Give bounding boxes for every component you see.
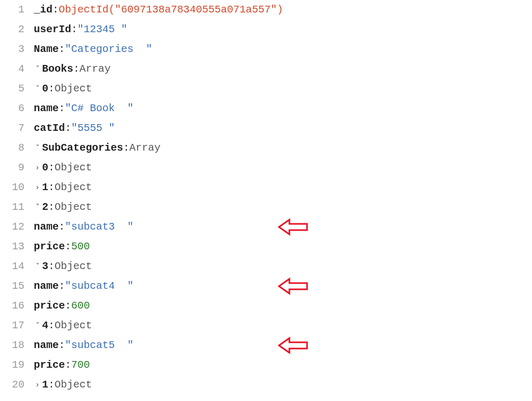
- field-value-number: 600: [71, 301, 90, 311]
- code-line[interactable]: catId : "5555 ": [34, 118, 532, 138]
- code-line[interactable]: ˅4 : Object: [34, 316, 532, 336]
- line-number: 1: [0, 0, 24, 20]
- chevron-down-icon[interactable]: ˅: [34, 322, 41, 329]
- array-index: 0: [42, 163, 48, 173]
- chevron-down-icon[interactable]: ˅: [34, 85, 41, 92]
- code-line[interactable]: _id: ObjectId("6097138a78340555a071a557"…: [34, 0, 532, 20]
- field-key: name: [34, 281, 59, 291]
- code-line[interactable]: price : 600: [34, 296, 532, 316]
- field-key: userId: [34, 24, 71, 35]
- line-number: 4: [0, 59, 24, 79]
- colon: :: [65, 242, 71, 252]
- field-value-string: "5555 ": [71, 123, 115, 133]
- code-line[interactable]: userId : "12345 ": [34, 20, 532, 39]
- line-number: 14: [0, 257, 24, 276]
- code-line[interactable]: Name : "Categories ": [34, 39, 532, 59]
- field-key: price: [34, 242, 65, 252]
- code-content[interactable]: _id: ObjectId("6097138a78340555a071a557"…: [34, 0, 532, 395]
- colon: :: [65, 301, 71, 311]
- colon: :: [48, 320, 55, 331]
- array-index: 3: [42, 261, 48, 272]
- field-key: SubCategories: [42, 143, 123, 153]
- field-key: price: [34, 360, 65, 370]
- arrow-left-icon: [278, 337, 309, 354]
- array-index: 2: [42, 202, 48, 212]
- arrow-left-icon: [278, 218, 309, 236]
- line-number: 12: [0, 217, 24, 237]
- chevron-down-icon[interactable]: ˅: [34, 204, 41, 211]
- field-value-number: 500: [71, 242, 90, 252]
- line-number: 7: [0, 118, 24, 138]
- colon: :: [48, 182, 55, 193]
- chevron-down-icon[interactable]: ˅: [34, 144, 41, 152]
- line-number: 11: [0, 197, 24, 217]
- field-type: Object: [55, 380, 92, 390]
- colon: :: [48, 84, 55, 94]
- field-key: name: [34, 222, 59, 232]
- field-key: Books: [42, 64, 73, 74]
- code-line[interactable]: ›1 : Object: [34, 375, 532, 395]
- code-line[interactable]: ˅Books : Array: [34, 59, 532, 79]
- code-line[interactable]: ›1 : Object: [34, 178, 532, 197]
- colon: :: [59, 222, 65, 232]
- line-number: 9: [0, 158, 24, 178]
- chevron-right-icon[interactable]: ›: [34, 184, 41, 191]
- field-value-string: "Categories ": [65, 44, 152, 55]
- colon: :: [59, 44, 65, 55]
- field-type: Array: [79, 64, 111, 74]
- colon: :: [48, 261, 55, 272]
- field-type: Object: [55, 320, 92, 331]
- code-editor: 1 2 3 4 5 6 7 8 9 10 11 12 13 14 15 16 1…: [0, 0, 532, 395]
- chevron-down-icon[interactable]: ˅: [34, 65, 41, 73]
- arrow-left-icon: [278, 277, 309, 295]
- code-line[interactable]: ›0 : Object: [34, 158, 532, 178]
- colon: :: [59, 340, 65, 351]
- line-number: 16: [0, 296, 24, 316]
- chevron-down-icon[interactable]: ˅: [34, 263, 41, 270]
- line-number: 17: [0, 316, 24, 336]
- field-type: Array: [129, 143, 161, 153]
- code-line[interactable]: ˅SubCategories : Array: [34, 138, 532, 158]
- line-number: 6: [0, 99, 24, 118]
- colon: :: [123, 143, 129, 153]
- colon: :: [52, 5, 59, 15]
- line-number-gutter: 1 2 3 4 5 6 7 8 9 10 11 12 13 14 15 16 1…: [0, 0, 34, 395]
- field-key: _id: [34, 5, 52, 15]
- line-number: 8: [0, 138, 24, 158]
- field-type: Object: [55, 202, 92, 212]
- colon: :: [48, 202, 55, 212]
- code-line[interactable]: price : 700: [34, 355, 532, 375]
- field-key: catId: [34, 123, 65, 133]
- field-type: Object: [55, 261, 92, 272]
- colon: :: [59, 281, 65, 291]
- field-value-string: "12345 ": [77, 24, 127, 35]
- colon: :: [65, 360, 71, 370]
- colon: :: [48, 380, 55, 390]
- line-number: 20: [0, 375, 24, 395]
- field-type: Object: [55, 84, 92, 94]
- code-line[interactable]: price : 500: [34, 237, 532, 257]
- colon: :: [59, 103, 65, 114]
- field-value-string: "subcat5 ": [65, 340, 134, 351]
- array-index: 1: [42, 380, 48, 390]
- field-value-string: "subcat4 ": [65, 281, 134, 291]
- chevron-right-icon[interactable]: ›: [34, 164, 41, 171]
- code-line[interactable]: ˅0 : Object: [34, 79, 532, 99]
- colon: :: [65, 123, 71, 133]
- code-line[interactable]: name : "C# Book ": [34, 99, 532, 118]
- colon: :: [71, 24, 77, 35]
- colon: :: [73, 64, 79, 74]
- code-line[interactable]: ˅2 : Object: [34, 197, 532, 217]
- chevron-right-icon[interactable]: ›: [34, 381, 41, 389]
- field-value-objectid: ObjectId("6097138a78340555a071a557"): [59, 5, 283, 15]
- line-number: 19: [0, 355, 24, 375]
- colon: :: [48, 163, 55, 173]
- code-line[interactable]: ˅3 : Object: [34, 257, 532, 276]
- field-value-string: "subcat3 ": [65, 222, 134, 232]
- field-key: price: [34, 301, 65, 311]
- array-index: 0: [42, 84, 48, 94]
- field-value-string: "C# Book ": [65, 103, 134, 114]
- field-key: Name: [34, 44, 59, 55]
- field-type: Object: [55, 182, 92, 193]
- line-number: 10: [0, 178, 24, 197]
